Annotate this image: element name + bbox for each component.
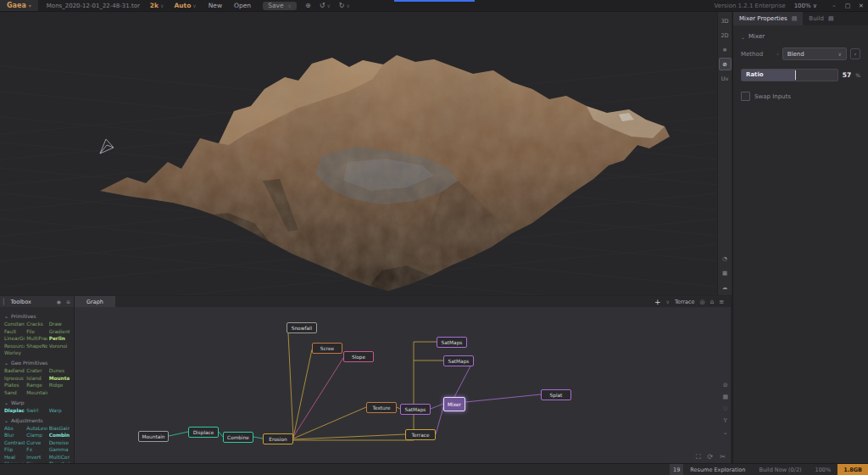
swap-inputs-checkbox[interactable] (741, 92, 750, 101)
toolbox-item-sand[interactable]: Sand (4, 390, 25, 395)
view-uv-button[interactable]: Uv (719, 72, 732, 85)
compass-icon[interactable]: ◔ (719, 252, 732, 265)
toolbox-item-draw[interactable]: Draw (49, 321, 70, 327)
home-icon[interactable]: ⌂ (710, 299, 714, 305)
toolbox-section-geo-primitives[interactable]: ⌄Geo Primitives (4, 360, 70, 366)
toolbox-item-file[interactable]: File (26, 329, 47, 334)
layout-grid-icon[interactable]: ▦ (722, 394, 728, 400)
cloud-icon[interactable]: ☁ (719, 281, 732, 293)
toolbox-item-range[interactable]: Range (26, 383, 47, 388)
pin-icon[interactable]: ◉ (57, 299, 61, 305)
next-option-button[interactable]: › (850, 48, 860, 59)
toolbox-item-curve[interactable]: Curve (26, 440, 47, 445)
graph-node-displace[interactable]: Displace (188, 427, 219, 438)
toolbox-item-island[interactable]: Island (26, 376, 47, 381)
save-button[interactable]: Save ∨ (263, 2, 297, 10)
toolbox-section-adjustments[interactable]: ⌄Adjustments (4, 417, 70, 423)
toolbox-item-fx[interactable]: Fx (26, 447, 47, 452)
toolbox-item-constant[interactable]: Constant (4, 321, 25, 327)
prev-option-icon[interactable]: ‹ (776, 51, 779, 58)
graph-node-slope[interactable]: Slope (343, 351, 374, 362)
terrain-viewport[interactable] (0, 11, 717, 295)
tab-mixer-properties[interactable]: Mixer Properties ▤ (733, 11, 803, 25)
toolbox-item-denoise[interactable]: Denoise (49, 440, 70, 445)
graph-node-splat[interactable]: Splat (541, 389, 571, 400)
toolbox-item-perlin[interactable]: Perlin (49, 336, 70, 341)
toolbox-item-dunes[interactable]: Dunes (49, 368, 70, 373)
build-now-button[interactable]: Build Now (0/2) (752, 464, 808, 475)
toolbox-item-gamma[interactable]: Gamma (49, 447, 70, 452)
graph-node-snowfall[interactable]: Snowfall (287, 322, 317, 333)
toolbox-item-contrast[interactable]: Contrast (4, 440, 25, 445)
toolbox-item-voronoi[interactable]: Voronoi (49, 344, 70, 349)
toolbox-item-blur[interactable]: Blur (4, 433, 25, 438)
toolbox-item-multifractal[interactable]: MultiFractal (26, 336, 47, 341)
toolbox-item-shapenoise[interactable]: ShapeNoise (26, 344, 47, 349)
toolbox-item-mountainside[interactable]: MountainSide (26, 390, 47, 395)
refresh-icon[interactable]: ⟳ (708, 453, 714, 461)
app-menu-button[interactable]: Gaea ▾ (0, 0, 38, 11)
resume-exploration-button[interactable]: Resume Exploration (683, 464, 752, 475)
drag-handle-icon[interactable]: ▏ (3, 299, 8, 305)
swap-inputs-row[interactable]: Swap Inputs (741, 92, 860, 101)
toolbox-item-abs[interactable]: Abs (4, 426, 25, 431)
node-graph-canvas[interactable]: ⊘▦♡Y⌄ ⛶⟳✂ MountainDisplaceCombineErosion… (75, 307, 731, 464)
graph-node-mixer[interactable]: Mixer (443, 397, 465, 411)
toolbox-item-crater[interactable]: Crater (26, 368, 47, 373)
toolbox-item-cracks[interactable]: Cracks (26, 321, 47, 327)
graph-node-scree[interactable]: Scree (312, 343, 342, 354)
toolbox-item-plates[interactable]: Plates (4, 383, 25, 388)
toolbox-item-invert[interactable]: Invert (26, 455, 47, 460)
pinned-node-label[interactable]: Terrace (675, 299, 695, 305)
toolbox-item-heal[interactable]: Heal (4, 455, 25, 460)
undo-icon[interactable]: ↺ (320, 2, 326, 9)
graph-menu-icon[interactable]: ≡ (719, 299, 724, 305)
toolbox-item-biasgain[interactable]: BiasGain (49, 426, 70, 431)
collapse-icon[interactable]: ⌄ (723, 429, 728, 436)
new-button[interactable]: New (209, 2, 222, 9)
add-node-button[interactable]: + (654, 298, 661, 306)
ui-zoom-selector[interactable]: 100% ∨ (794, 3, 817, 9)
branch-icon[interactable]: Y (724, 417, 727, 424)
toolbox-item-lineargrad[interactable]: LinearGrad (4, 336, 25, 341)
method-dropdown[interactable]: Blend ∨ (782, 48, 847, 60)
snow-view-icon[interactable]: ❄ (719, 43, 732, 56)
minimize-button[interactable]: – (827, 3, 841, 9)
menu-icon[interactable]: ≡ (66, 299, 70, 305)
graph-node-mountain[interactable]: Mountain (138, 431, 169, 442)
ratio-slider-cursor[interactable] (795, 70, 796, 80)
favorites-icon[interactable]: ♡ (723, 405, 728, 412)
target-icon[interactable]: ◎ (700, 299, 705, 305)
toolbox-item-displace[interactable]: Displace (4, 408, 25, 413)
toolbox-item-worley[interactable]: Worley (4, 350, 25, 355)
tab-build[interactable]: Build ▤ (803, 11, 839, 25)
toolbox-item-clamp[interactable]: Clamp (26, 433, 47, 438)
open-button[interactable]: Open (234, 2, 251, 9)
toolbox-item-ridge[interactable]: Ridge (49, 383, 70, 388)
toolbox-item-autolevel[interactable]: AutoLevel (26, 426, 47, 431)
toolbox-section-primitives[interactable]: ⌄Primitives (4, 313, 70, 319)
redo-icon[interactable]: ↻ (339, 2, 345, 9)
toolbox-item-combine[interactable]: Combine (49, 433, 70, 438)
graph-node-terrace[interactable]: Terrace (405, 429, 436, 440)
toolbox-item-warp[interactable]: Warp (49, 408, 70, 413)
graph-node-combine[interactable]: Combine (223, 432, 253, 443)
auto-mode-selector[interactable]: Auto (174, 2, 191, 9)
disable-icon[interactable]: ⊘ (723, 382, 728, 388)
graph-node-satmaps2[interactable]: SatMaps (437, 337, 467, 348)
toolbox-item-resource[interactable]: Resource (4, 344, 25, 349)
settings-icon[interactable]: ⊕ (305, 2, 311, 9)
maximize-button[interactable]: ▢ (841, 3, 854, 9)
mixer-view-icon[interactable]: ⊘ (719, 58, 732, 70)
grid-view-icon[interactable]: ▦ (719, 266, 732, 279)
toolbox-item-flip[interactable]: Flip (4, 447, 25, 452)
graph-node-satmaps3[interactable]: SatMaps (443, 355, 474, 366)
fit-view-icon[interactable]: ⛶ (696, 453, 701, 461)
graph-node-erosion[interactable]: Erosion (263, 433, 293, 444)
toolbox-item-igneous[interactable]: Igneous (4, 376, 25, 381)
close-button[interactable]: ✕ (854, 3, 868, 9)
toolbox-item-multicom[interactable]: MultiCom… (49, 455, 70, 460)
resolution-selector[interactable]: 2k (150, 2, 159, 9)
mixer-section-header[interactable]: ⌄ Mixer (741, 33, 860, 40)
ratio-slider[interactable]: Ratio (741, 69, 838, 81)
